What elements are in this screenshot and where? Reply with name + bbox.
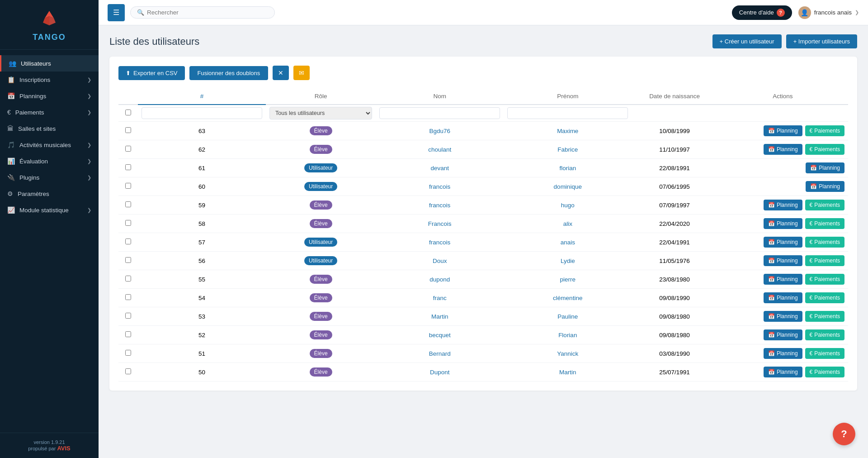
filter-id[interactable] [142, 107, 262, 119]
planning-button[interactable]: 📅 Planning [764, 144, 802, 155]
row-checkbox[interactable] [125, 368, 131, 374]
user-info[interactable]: 👤 francois anais ❯ [798, 6, 859, 19]
row-actions: 📅 Planning € Paiements [717, 289, 848, 307]
filter-nom[interactable] [379, 107, 500, 119]
sidebar-item-salles-et-sites[interactable]: 🏛 Salles et sites [0, 120, 99, 137]
row-checkbox[interactable] [125, 350, 131, 356]
nom-link[interactable]: Doux [433, 258, 447, 264]
paiements-button[interactable]: € Paiements [805, 311, 844, 322]
paiements-button[interactable]: € Paiements [805, 200, 844, 210]
prenom-link[interactable]: dominique [554, 183, 582, 190]
sidebar-item-plugins[interactable]: 🔌 Plugins ❯ [0, 169, 99, 186]
prenom-link[interactable]: clémentine [553, 295, 582, 301]
nom-link[interactable]: choulant [428, 146, 451, 153]
sidebar-item-parametres[interactable]: ⚙ Paramètres [0, 186, 99, 202]
floating-help-button[interactable]: ? [833, 423, 855, 445]
merge-duplicates-button[interactable]: Fusionner des doublons [189, 66, 269, 80]
row-role: Élève [266, 215, 376, 233]
row-checkbox[interactable] [125, 331, 131, 337]
prenom-link[interactable]: Lydie [561, 258, 575, 264]
row-checkbox[interactable] [125, 146, 131, 152]
row-checkbox[interactable] [125, 239, 131, 244]
sidebar-item-paiements[interactable]: € Paiements ❯ [0, 104, 99, 120]
prenom-link[interactable]: Florian [558, 332, 577, 339]
planning-button[interactable]: 📅 Planning [764, 292, 802, 303]
prenom-link[interactable]: Maxime [557, 128, 578, 134]
nom-link[interactable]: Dupont [430, 369, 450, 376]
planning-button[interactable]: 📅 Planning [764, 329, 802, 340]
paiements-button[interactable]: € Paiements [805, 237, 844, 248]
prenom-link[interactable]: hugo [561, 202, 575, 209]
grid-icon-button[interactable]: ✕ [273, 66, 289, 80]
nom-link[interactable]: francois [429, 239, 450, 246]
prenom-link[interactable]: Yannick [557, 350, 578, 357]
nom-link[interactable]: dupond [429, 276, 450, 283]
nom-link[interactable]: becquet [429, 332, 451, 339]
paiements-button[interactable]: € Paiements [805, 329, 844, 340]
paiements-button[interactable]: € Paiements [805, 218, 844, 229]
sidebar-item-plannings[interactable]: 📅 Plannings ❯ [0, 88, 99, 104]
row-checkbox[interactable] [125, 276, 131, 281]
planning-button[interactable]: 📅 Planning [764, 125, 802, 136]
planning-button[interactable]: 📅 Planning [764, 311, 802, 322]
row-checkbox[interactable] [125, 127, 131, 133]
nom-link[interactable]: francois [429, 202, 450, 209]
row-checkbox[interactable] [125, 164, 131, 170]
prenom-link[interactable]: anais [561, 239, 575, 246]
filter-role-select[interactable]: Tous les utilisateurs [269, 107, 372, 119]
chevron-icon: ❯ [87, 93, 91, 99]
nom-link[interactable]: francois [429, 183, 450, 190]
row-checkbox[interactable] [125, 183, 131, 189]
select-all-checkbox[interactable] [122, 110, 134, 115]
nom-link[interactable]: devant [430, 165, 449, 172]
calendar-icon: 📅 [768, 295, 775, 301]
planning-button[interactable]: 📅 Planning [764, 255, 802, 266]
sidebar-item-evaluation[interactable]: 📊 Évaluation ❯ [0, 153, 99, 169]
import-users-button[interactable]: + Importer utilisateurs [786, 34, 857, 48]
email-icon-button[interactable]: ✉ [293, 66, 310, 80]
planning-button[interactable]: 📅 Planning [764, 367, 802, 377]
nom-link[interactable]: Martin [431, 313, 448, 320]
export-csv-button[interactable]: ⬆ Exporter en CSV [118, 66, 185, 80]
nom-link[interactable]: Bernard [429, 350, 451, 357]
row-checkbox[interactable] [125, 313, 131, 319]
sidebar-menu: 👥 Utilisateurs 📋 Inscriptions ❯ 📅 Planni… [0, 50, 99, 433]
prenom-link[interactable]: pierre [560, 276, 576, 283]
planning-button[interactable]: 📅 Planning [764, 274, 802, 285]
paiements-button[interactable]: € Paiements [805, 255, 844, 266]
nom-link[interactable]: Bgdu76 [429, 128, 450, 134]
row-checkbox[interactable] [125, 220, 131, 226]
help-button[interactable]: Centre d'aide ? [732, 5, 792, 20]
planning-button[interactable]: 📅 Planning [764, 218, 802, 229]
prenom-link[interactable]: Martin [559, 369, 576, 376]
filter-prenom[interactable] [507, 107, 628, 119]
create-user-button[interactable]: + Créer un utilisateur [712, 34, 782, 48]
sidebar-item-module-statistique[interactable]: 📈 Module statistique ❯ [0, 202, 99, 218]
sidebar-item-activites-musicales[interactable]: 🎵 Activités musicales ❯ [0, 137, 99, 153]
planning-button[interactable]: 📅 Planning [806, 162, 844, 173]
nom-link[interactable]: Francois [428, 220, 452, 227]
sidebar-item-inscriptions[interactable]: 📋 Inscriptions ❯ [0, 72, 99, 88]
paiements-button[interactable]: € Paiements [805, 274, 844, 285]
paiements-button[interactable]: € Paiements [805, 348, 844, 359]
row-checkbox[interactable] [125, 294, 131, 300]
hamburger-button[interactable]: ☰ [108, 4, 125, 21]
paiements-button[interactable]: € Paiements [805, 292, 844, 303]
planning-button[interactable]: 📅 Planning [764, 200, 802, 210]
planning-button[interactable]: 📅 Planning [764, 237, 802, 248]
planning-button[interactable]: 📅 Planning [764, 348, 802, 359]
planning-button[interactable]: 📅 Planning [806, 181, 844, 192]
prenom-link[interactable]: florian [559, 165, 576, 172]
prenom-link[interactable]: Fabrice [557, 146, 578, 153]
paiements-button[interactable]: € Paiements [805, 367, 844, 377]
row-checkbox[interactable] [125, 201, 131, 207]
sidebar-item-utilisateurs[interactable]: 👥 Utilisateurs [0, 55, 99, 72]
paiements-button[interactable]: € Paiements [805, 144, 844, 155]
page-header: Liste des utilisateurs + Créer un utilis… [109, 34, 857, 48]
prenom-link[interactable]: Pauline [557, 313, 578, 320]
prenom-link[interactable]: alix [563, 220, 572, 227]
paiements-button[interactable]: € Paiements [805, 125, 844, 136]
nom-link[interactable]: franc [433, 295, 447, 301]
search-input[interactable] [147, 9, 268, 16]
row-checkbox[interactable] [125, 257, 131, 263]
